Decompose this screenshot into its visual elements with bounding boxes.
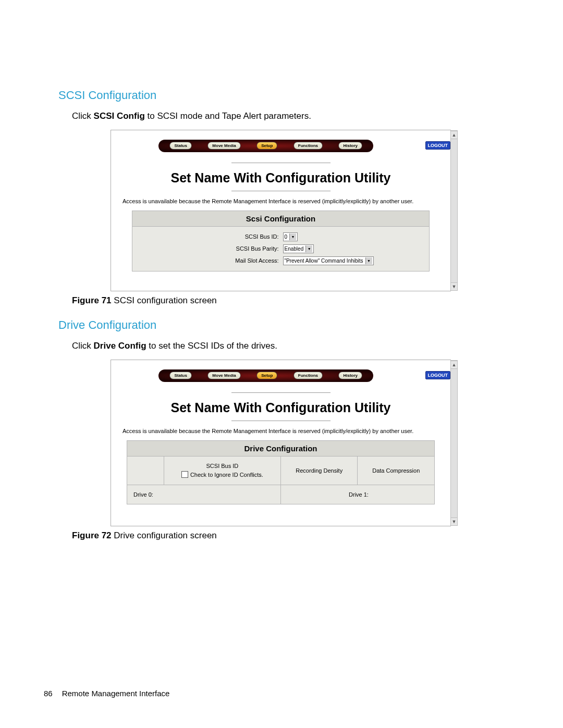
select-scsi-bus-id[interactable]: 0▼ [283,232,298,241]
nav-history[interactable]: History [338,372,362,379]
label: SCSI Bus ID: [132,233,283,240]
logout-button[interactable]: LOGOUT [425,371,451,379]
nav-status[interactable]: Status [169,372,191,379]
screenshot-title: Set Name With Configuration Utility [111,400,450,415]
screenshot-title: Set Name With Configuration Utility [111,170,450,186]
chevron-down-icon: ▼ [305,245,312,252]
caption-label: Figure 72 [72,530,112,540]
screenshot-scsi-config: ▲ ▼ Status Move Media Setup Functions Hi… [111,130,451,291]
scrollbar[interactable]: ▲ ▼ [450,130,458,291]
nav-bar: Status Move Media Setup Functions Histor… [158,369,373,382]
caption-text: Drive configuration screen [112,530,217,540]
nav-history[interactable]: History [338,142,362,150]
chevron-down-icon: ▼ [289,233,296,240]
nav-bar-container: Status Move Media Setup Functions Histor… [111,130,450,157]
row-scsi-bus-parity: SCSI Bus Parity: Enabled▼ [132,243,429,255]
label: Mail Slot Access: [132,257,283,264]
select-value: Enabled [285,246,304,252]
col-data-compression: Data Compression [358,456,435,485]
select-value: "Prevent Allow" Command Inhibits [285,258,363,264]
text: to set the SCSI IDs of the drives. [146,341,277,351]
text: Click [72,341,94,351]
select-mail-slot-access[interactable]: "Prevent Allow" Command Inhibits▼ [283,256,374,265]
caption-text: SCSI configuration screen [112,295,217,305]
nav-bar-container: Status Move Media Setup Functions Histor… [111,360,450,387]
row-mail-slot-access: Mail Slot Access: "Prevent Allow" Comman… [132,255,429,267]
nav-move-media[interactable]: Move Media [207,142,240,150]
row-scsi-bus-id: SCSI Bus ID: 0▼ [132,231,429,243]
page-number: 86 [44,689,53,698]
caption-label: Figure 71 [72,295,112,305]
cell-drive-1: Drive 1: [280,485,434,504]
text-bold: SCSI Config [94,111,145,121]
logout-button[interactable]: LOGOUT [425,141,451,150]
drive-config-header: Drive Configuration [127,440,435,456]
access-note: Access is unavailable because the Remote… [111,198,450,205]
scroll-up-icon[interactable]: ▲ [451,131,457,139]
label: SCSI Bus Parity: [132,245,283,252]
select-scsi-bus-parity[interactable]: Enabled▼ [283,244,314,253]
para-scsi: Click SCSI Config to SCSI mode and Tape … [72,110,521,122]
text: Click [72,111,94,121]
text: to SCSI mode and Tape Alert parameters. [145,111,311,121]
divider [231,163,331,163]
scsi-config-header: Scsi Configuration [132,211,429,227]
footer-section: Remote Management Interface [62,689,170,698]
scrollbar[interactable]: ▲ ▼ [450,360,458,526]
scsi-config-box: Scsi Configuration SCSI Bus ID: 0▼ SCSI … [132,211,430,272]
cell-drive-0: Drive 0: [127,485,281,504]
checkbox-label: Check to Ignore ID Conflicts. [190,472,263,478]
heading-scsi-configuration: SCSI Configuration [58,89,521,102]
col-scsi-bus-id: SCSI Bus ID Check to Ignore ID Conflicts… [164,456,280,485]
nav-functions[interactable]: Functions [293,142,323,150]
scroll-up-icon[interactable]: ▲ [451,361,457,369]
divider [231,392,331,393]
caption-figure-72: Figure 72 Drive configuration screen [72,530,521,541]
scroll-down-icon[interactable]: ▼ [451,517,457,525]
heading-drive-configuration: Drive Configuration [58,318,521,332]
col-label: SCSI Bus ID [168,463,276,469]
drive-config-table: Drive Configuration SCSI Bus ID Check to… [127,440,435,504]
screenshot-drive-config: ▲ ▼ Status Move Media Setup Functions Hi… [111,360,451,526]
scroll-down-icon[interactable]: ▼ [451,282,457,290]
scsi-config-body: SCSI Bus ID: 0▼ SCSI Bus Parity: Enabled… [132,227,429,271]
col-recording-density: Recording Density [280,456,358,485]
para-drive: Click Drive Config to set the SCSI IDs o… [72,340,521,352]
divider [231,191,331,191]
access-note: Access is unavailable because the Remote… [111,427,450,435]
chevron-down-icon: ▼ [365,257,372,264]
document-page: SCSI Configuration Click SCSI Config to … [0,0,563,728]
nav-setup[interactable]: Setup [256,142,277,150]
checkbox-ignore-conflicts[interactable] [181,471,188,478]
text-bold: Drive Config [94,341,146,351]
page-footer: 86Remote Management Interface [44,689,169,698]
nav-bar: Status Move Media Setup Functions Histor… [158,140,373,152]
divider [231,421,331,421]
select-value: 0 [285,234,288,240]
nav-setup[interactable]: Setup [256,372,277,379]
nav-move-media[interactable]: Move Media [207,372,240,379]
nav-functions[interactable]: Functions [293,372,323,379]
caption-figure-71: Figure 71 SCSI configuration screen [72,295,521,306]
nav-status[interactable]: Status [169,142,191,150]
